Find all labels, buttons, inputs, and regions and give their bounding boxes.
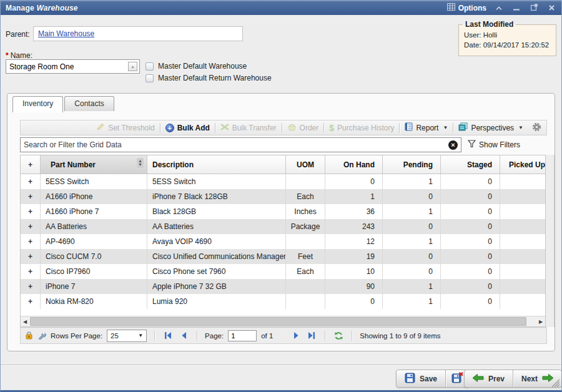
cell-description: Black 128GB — [147, 204, 286, 219]
horizontal-scrollbar[interactable]: ◀ ▶ — [21, 316, 545, 326]
search-input[interactable] — [24, 140, 448, 149]
collapse-button[interactable] — [494, 3, 504, 13]
pager-bar: Rows Per Page: 25 ▼ Page: of 1 Showing 1… — [20, 327, 547, 344]
cell-picked-up — [500, 189, 546, 204]
table-row[interactable]: + Cisco CUCM 7.0 Cisco Unified Communica… — [21, 249, 546, 264]
prev-arrow-icon — [473, 374, 484, 384]
tab-contacts[interactable]: Contacts — [64, 96, 114, 111]
row-expand-button[interactable]: + — [21, 204, 41, 219]
header-uom[interactable]: UOM — [286, 155, 325, 174]
cell-pending: 1 — [383, 294, 441, 309]
lock-icon[interactable] — [25, 331, 33, 341]
row-expand-button[interactable]: + — [21, 264, 41, 279]
table-row[interactable]: + iPhone 7 Apple iPhone 7 32 GB 90 1 0 — [21, 279, 546, 294]
parent-warehouse-link[interactable]: Main Warehouse — [38, 29, 94, 38]
order-button[interactable]: Order — [282, 123, 324, 133]
window-resize-grip[interactable] — [550, 377, 560, 389]
table-row[interactable]: + 5ESS Switch 5ESS Switch 0 1 0 — [21, 174, 546, 189]
cell-description: iPhone 7 Black 128GB — [147, 189, 286, 204]
cell-pending: 0 — [383, 264, 441, 279]
bulk-add-plus-icon: + — [165, 124, 174, 132]
row-expand-button[interactable]: + — [21, 249, 41, 264]
report-button[interactable]: Report ▼ — [400, 122, 453, 133]
rows-per-page-select[interactable]: 25 ▼ — [107, 330, 147, 342]
save-button[interactable]: Save — [397, 370, 445, 387]
row-expand-button[interactable]: + — [21, 279, 41, 294]
gear-icon — [532, 122, 541, 134]
grid-settings-button[interactable] — [528, 122, 543, 134]
row-expand-button[interactable]: + — [21, 294, 41, 309]
options-grid-icon — [447, 3, 455, 12]
set-threshold-button[interactable]: Set Threshold — [91, 122, 160, 133]
row-expand-button[interactable]: + — [21, 219, 41, 234]
prev-page-button[interactable] — [178, 330, 189, 341]
cell-part-number: Cisco IP7960 — [41, 264, 147, 279]
grid-toolbar: Set Threshold + Bulk Add Bulk Transfer O… — [20, 120, 547, 135]
maximize-button[interactable] — [529, 3, 539, 13]
prev-button[interactable]: Prev — [465, 370, 513, 387]
table-row[interactable]: + AP-4690 Avaya VOIP 4690 12 1 0 — [21, 234, 546, 249]
row-expand-button[interactable]: + — [21, 189, 41, 204]
nav-button-group: Prev Next — [464, 370, 562, 388]
scroll-right-arrow-icon[interactable]: ▶ — [536, 316, 545, 326]
master-default-return-warehouse-checkbox[interactable] — [145, 74, 154, 82]
header-pending[interactable]: Pending — [383, 155, 441, 174]
bulk-add-button[interactable]: + Bulk Add — [160, 124, 215, 132]
cell-description: Cisco Phone set 7960 — [147, 264, 286, 279]
cell-picked-up — [500, 294, 546, 309]
cell-on-hand: 90 — [325, 279, 383, 294]
purchase-history-button[interactable]: $ Purchase History — [324, 123, 399, 133]
show-filters-button[interactable]: Show Filters — [468, 140, 520, 150]
cell-pending: 0 — [383, 189, 441, 204]
cell-uom: Inches — [286, 204, 325, 219]
table-row[interactable]: + A1660 iPhone iPhone 7 Black 128GB Each… — [21, 189, 546, 204]
perspectives-button[interactable]: Perspectives ▼ — [453, 122, 528, 133]
cell-on-hand: 19 — [325, 249, 383, 264]
header-part-number[interactable]: Part Number ▲▼ — [41, 155, 147, 174]
row-expand-button[interactable]: + — [21, 174, 41, 189]
vertical-scrollbar-track[interactable] — [546, 155, 555, 327]
wrench-icon[interactable] — [37, 331, 46, 341]
sort-arrows-icon[interactable]: ▲▼ — [137, 158, 144, 168]
cell-staged: 0 — [441, 174, 500, 189]
show-filters-label: Show Filters — [479, 140, 520, 149]
cell-picked-up — [500, 279, 546, 294]
header-picked-up[interactable]: Picked Up — [500, 155, 546, 174]
table-row[interactable]: + A1660 iPhone 7 Black 128GB Inches 36 1… — [21, 204, 546, 219]
page-number-input[interactable] — [228, 330, 257, 341]
header-description[interactable]: Description — [147, 155, 286, 174]
cell-uom: Feet — [286, 249, 325, 264]
close-button[interactable] — [546, 3, 556, 13]
row-expand-button[interactable]: + — [21, 234, 41, 249]
cell-on-hand: 0 — [325, 294, 383, 309]
options-button[interactable]: Options — [447, 3, 486, 12]
first-page-button[interactable] — [162, 330, 174, 341]
horizontal-scrollbar-thumb[interactable] — [30, 317, 526, 326]
cell-description: Avaya VOIP 4690 — [147, 234, 286, 249]
cell-pending: 1 — [383, 234, 441, 249]
clear-search-icon[interactable]: × — [448, 140, 458, 150]
master-default-warehouse-checkbox[interactable] — [145, 62, 154, 71]
header-on-hand[interactable]: On Hand — [325, 155, 383, 174]
header-expand[interactable]: + — [21, 155, 41, 174]
tab-inventory[interactable]: Inventory — [12, 96, 63, 112]
bulk-transfer-button[interactable]: Bulk Transfer — [215, 123, 282, 133]
cell-pending: 1 — [383, 174, 441, 189]
name-input[interactable] — [6, 62, 128, 71]
master-default-return-warehouse-row: Master Default Return Warehouse — [145, 74, 272, 82]
table-row[interactable]: + AA Batteries AA Batteries Package 243 … — [21, 219, 546, 234]
table-row[interactable]: + Nokia RM-820 Lumia 920 0 1 0 — [21, 294, 546, 309]
next-page-button[interactable] — [290, 330, 302, 341]
last-page-button[interactable] — [306, 330, 317, 341]
name-field[interactable]: ▴ — [6, 59, 140, 74]
refresh-icon[interactable] — [333, 330, 344, 341]
minimize-button[interactable] — [511, 3, 521, 13]
scroll-left-arrow-icon[interactable]: ◀ — [21, 316, 29, 326]
table-row[interactable]: + Cisco IP7960 Cisco Phone set 7960 Each… — [21, 264, 546, 279]
report-dropdown-caret-icon: ▼ — [443, 125, 448, 130]
minimize-icon — [513, 4, 520, 12]
report-notebook-icon — [405, 122, 413, 133]
name-field-lookup-icon[interactable]: ▴ — [128, 62, 137, 71]
header-staged[interactable]: Staged — [441, 155, 500, 174]
cell-staged: 0 — [441, 249, 500, 264]
